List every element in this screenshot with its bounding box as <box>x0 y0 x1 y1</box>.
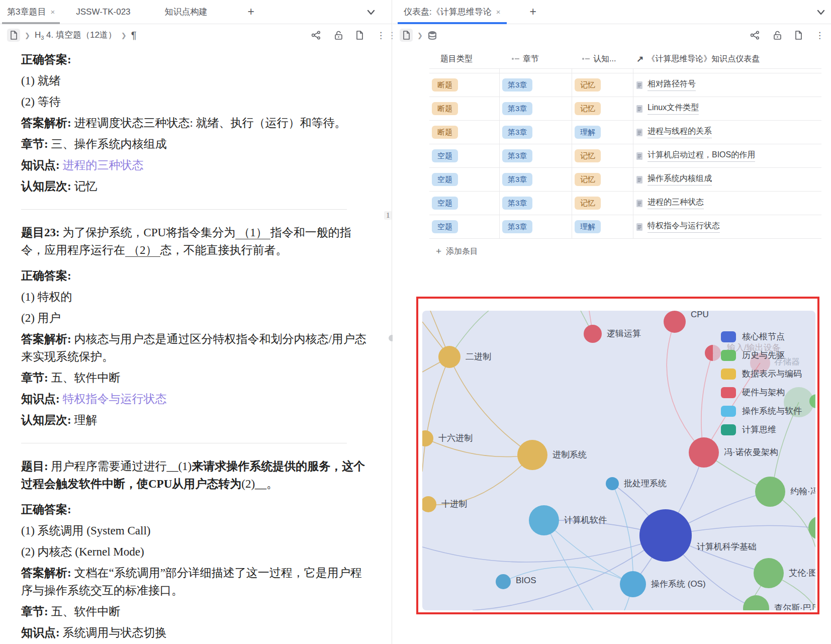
question-type-badge[interactable]: 断题 <box>432 102 458 115</box>
graph-label: 进制系统 <box>552 449 587 461</box>
cognition-badge[interactable]: 理解 <box>575 126 601 139</box>
new-tab-button[interactable]: + <box>235 5 267 19</box>
document-icon[interactable] <box>356 31 363 40</box>
knowledge-point-page-link[interactable]: 特权指令与运行状态 <box>636 221 720 233</box>
legend-item-os-software[interactable]: 操作系统与软件 <box>721 405 802 417</box>
graph-node-io-devices[interactable] <box>705 345 721 361</box>
table-row[interactable]: 空题第3章理解特权指令与运行状态 <box>429 215 821 239</box>
select-field-icon <box>582 56 590 61</box>
more-options-icon[interactable]: ⋮ <box>815 30 824 41</box>
right-breadcrumb: ❯ ⋮ <box>393 24 831 46</box>
unlock-icon[interactable] <box>773 31 782 40</box>
comment-count-badge[interactable]: 1 <box>384 211 392 220</box>
close-icon[interactable]: × <box>50 8 55 16</box>
blank-2: （2） <box>125 244 160 257</box>
legend-item-data-encoding[interactable]: 数据表示与编码 <box>721 368 802 380</box>
column-header-cognition[interactable]: 认知... <box>572 54 633 64</box>
graph-node-cpu[interactable] <box>664 311 686 333</box>
chapter-badge[interactable]: 第3章 <box>502 197 532 210</box>
more-options-icon[interactable]: ⋮ <box>377 30 385 41</box>
question-type-badge[interactable]: 空题 <box>432 220 458 233</box>
document-icon[interactable] <box>795 31 802 40</box>
chapter-badge[interactable]: 第3章 <box>502 126 532 139</box>
chevron-down-icon[interactable] <box>366 7 376 17</box>
cognition-badge[interactable]: 记忆 <box>575 173 601 186</box>
cognition-badge[interactable]: 理解 <box>575 220 601 233</box>
cog-label: 认知层次: <box>21 414 71 426</box>
knowledge-graph[interactable]: 输入/输出设备 存储器 二进制 逻辑运算 CPU 十六进制 进制系统 批处理系统… <box>422 311 815 610</box>
tab-jssw-tk-023[interactable]: JSSW-TK-023 <box>69 0 137 24</box>
cognition-badge[interactable]: 记忆 <box>575 197 601 210</box>
tab-chapter3-questions[interactable]: 第3章题目 × <box>0 0 62 24</box>
graph-node-binary[interactable] <box>438 346 460 368</box>
knowledge-point-page-link[interactable]: 进程的三种状态 <box>636 197 704 209</box>
chapter-badge[interactable]: 第3章 <box>502 149 532 162</box>
graph-node-operating-system[interactable] <box>620 571 646 597</box>
chapter-badge[interactable]: 第3章 <box>502 102 532 115</box>
close-icon[interactable]: × <box>496 8 501 16</box>
knowledge-point-page-link[interactable]: 进程与线程的关系 <box>636 126 712 138</box>
chapter-badge[interactable]: 第3章 <box>502 78 532 91</box>
tab-knowledge-build[interactable]: 知识点构建 <box>158 0 215 24</box>
graph-label: 约翰·冯· <box>790 486 815 497</box>
graph-label: BIOS <box>516 576 536 586</box>
column-header-chapter[interactable]: 章节 <box>500 54 572 64</box>
legend-item-hardware[interactable]: 硬件与架构 <box>721 387 802 398</box>
question-type-badge[interactable]: 空题 <box>432 149 458 162</box>
breadcrumb-separator: ❯ <box>121 32 127 39</box>
table-row[interactable]: 空题第3章记忆操作系统内核组成 <box>429 168 821 192</box>
question-type-badge[interactable]: 断题 <box>432 126 458 139</box>
graph-node-john-von-neumann[interactable] <box>755 477 785 507</box>
breadcrumb-heading[interactable]: H3 4. 填空题（12道） <box>35 29 117 41</box>
page-icon[interactable] <box>400 29 413 42</box>
knowledge-point-page-link[interactable]: 相对路径符号 <box>636 79 696 91</box>
question-type-badge[interactable]: 空题 <box>432 197 458 210</box>
unlock-icon[interactable] <box>334 31 343 40</box>
graph-node-von-neumann-arch[interactable] <box>689 437 719 468</box>
chapter-badge[interactable]: 第3章 <box>502 220 532 233</box>
chevron-down-icon[interactable] <box>816 7 826 17</box>
knowledge-point-title: 计算机启动过程，BIOS的作用 <box>648 150 755 162</box>
graph-node-batch-system[interactable] <box>606 477 619 490</box>
add-entry-button[interactable]: + 添加条目 <box>436 242 478 260</box>
chapter-badge[interactable]: 第3章 <box>502 173 532 186</box>
page-icon[interactable] <box>7 29 20 42</box>
graph-node-alan-turing[interactable] <box>754 558 784 588</box>
knowledge-point-link[interactable]: 进程的三种状态 <box>62 159 143 171</box>
cognition-badge[interactable]: 记忆 <box>575 78 601 91</box>
legend-item-history[interactable]: 历史与先驱 <box>721 349 802 361</box>
cognition-badge[interactable]: 记忆 <box>575 102 601 115</box>
table-row[interactable]: 断题第3章记忆Linux文件类型 <box>429 97 821 121</box>
knowledge-point-title: Linux文件类型 <box>648 103 699 115</box>
column-header-type[interactable]: 题目类型 <box>429 54 500 64</box>
graph-node-bios[interactable] <box>496 574 511 589</box>
graph-view-icon[interactable] <box>750 31 760 40</box>
graph-node-number-systems[interactable] <box>517 440 547 470</box>
knowledge-point-link[interactable]: 特权指令与运行状态 <box>62 393 166 405</box>
cognition-badge[interactable]: 记忆 <box>575 149 601 162</box>
pane-divider[interactable] <box>392 0 392 644</box>
graph-node-logic-ops[interactable] <box>584 325 602 343</box>
knowledge-point-title: 相对路径符号 <box>648 79 696 91</box>
database-icon[interactable] <box>427 30 437 40</box>
legend-item-root[interactable]: 核心根节点 <box>721 331 802 342</box>
new-tab-button[interactable]: + <box>517 5 549 19</box>
breadcrumb-separator: ❯ <box>417 32 423 39</box>
paragraph-mark[interactable]: ¶ <box>131 30 137 41</box>
knowledge-point-page-link[interactable]: 计算机启动过程，BIOS的作用 <box>636 150 755 162</box>
question-type-badge[interactable]: 空题 <box>432 173 458 186</box>
cog-label: 认知层次: <box>21 180 71 193</box>
table-row[interactable]: 断题第3章记忆相对路径符号 <box>429 73 821 97</box>
legend-item-computational-thinking[interactable]: 计算思维 <box>721 424 802 435</box>
question-type-badge[interactable]: 断题 <box>432 78 458 91</box>
table-row[interactable]: 空题第3章记忆计算机启动过程，BIOS的作用 <box>429 144 821 168</box>
column-header-dashboard-link[interactable]: ↗《计算思维导论》知识点仪表盘 <box>633 54 821 64</box>
graph-view-icon[interactable] <box>311 31 321 40</box>
graph-node-computer-software[interactable] <box>529 505 559 535</box>
graph-node-cs-foundations[interactable] <box>639 509 692 562</box>
table-row[interactable]: 空题第3章记忆进程的三种状态 <box>429 192 821 215</box>
knowledge-point-page-link[interactable]: 操作系统内核组成 <box>636 173 712 186</box>
tab-dashboard[interactable]: 仪表盘:《计算思维导论 × <box>397 0 508 24</box>
knowledge-point-page-link[interactable]: Linux文件类型 <box>636 103 699 115</box>
table-row[interactable]: 断题第3章理解进程与线程的关系 <box>429 121 821 144</box>
